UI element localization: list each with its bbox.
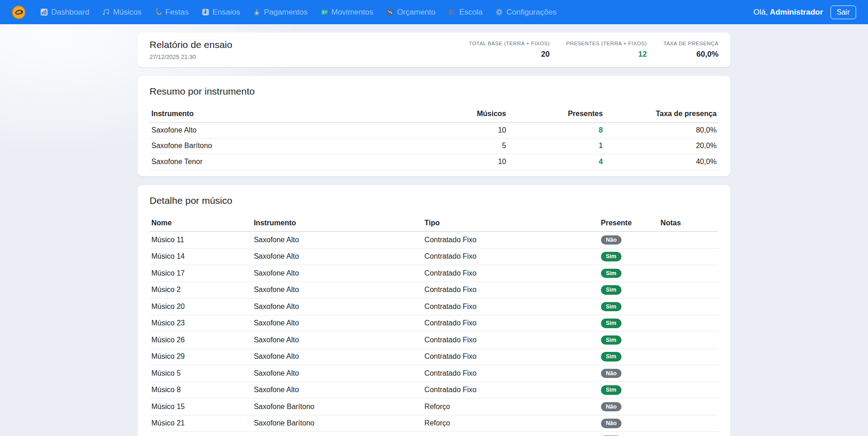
cell-musicians: 10 <box>417 122 508 138</box>
cell-notes <box>659 348 718 365</box>
svg-text:P: P <box>325 11 327 14</box>
cell-instrument: Saxofone Alto <box>252 365 423 382</box>
cell-type: Contratado Fixo <box>423 315 599 332</box>
nav-item-movimentos[interactable]: $PMovimentos <box>315 4 379 21</box>
detail-table-row: Músico 14Saxofone AltoContratado FixoSim <box>150 248 718 265</box>
column-header: Nome <box>150 214 252 232</box>
detail-table-row: Músico 29Saxofone AltoContratado FixoSim <box>150 348 718 365</box>
nav-item-label: Festas <box>166 8 189 17</box>
cell-type: Contratado Fixo <box>423 265 599 282</box>
cell-rate: 20,0% <box>605 138 718 154</box>
stat-value: 12 <box>566 50 647 59</box>
cell-type: Reforço <box>423 432 599 436</box>
cell-notes <box>659 399 718 415</box>
cell-present: Não <box>599 365 659 382</box>
cell-instrument: Saxofone Alto <box>252 348 423 365</box>
cell-instrument: Saxofone Barítono <box>150 138 417 154</box>
cell-present: 4 <box>508 154 605 170</box>
presence-badge: Sim <box>601 285 622 295</box>
cell-instrument: Saxofone Alto <box>252 232 423 249</box>
app-logo-trumpet-icon[interactable] <box>12 5 26 19</box>
cell-type: Contratado Fixo <box>423 232 599 249</box>
cell-name: Músico 8 <box>150 382 252 399</box>
nav-item-musicos[interactable]: Músicos <box>96 4 147 21</box>
presence-badge: Não <box>601 419 622 428</box>
nav-item-label: Configurações <box>506 8 557 17</box>
cell-instrument: Saxofone Alto <box>252 248 423 265</box>
musical-score-icon <box>202 8 209 16</box>
cell-name: Músico 15 <box>150 399 252 415</box>
cell-present: Não <box>599 415 659 432</box>
cell-notes <box>659 382 718 399</box>
cell-present: Sim <box>599 265 659 282</box>
cell-instrument: Saxofone Barítono <box>252 432 423 436</box>
summary-table-row: Saxofone Tenor10440,0% <box>150 154 718 170</box>
cell-instrument: Saxofone Alto <box>252 298 423 315</box>
nav-item-label: Orçamento <box>397 8 435 17</box>
cell-present: Não <box>599 399 659 415</box>
cell-name: Músico 14 <box>150 248 252 265</box>
cell-present: Sim <box>599 248 659 265</box>
cell-type: Reforço <box>423 399 599 415</box>
money-bag-icon: $ <box>253 8 261 16</box>
svg-text:$: $ <box>256 11 258 15</box>
top-navbar: DashboardMúsicosFestasEnsaios$Pagamentos… <box>0 0 868 24</box>
cell-notes <box>659 432 718 436</box>
presence-badge: Sim <box>601 385 622 395</box>
column-header: Notas <box>659 214 718 232</box>
column-header: Instrumento <box>252 214 423 232</box>
cell-name: Músico 21 <box>150 415 252 432</box>
user-name: Administrador <box>770 8 823 16</box>
detail-table-row: Músico 8Saxofone AltoContratado FixoSim <box>150 382 718 399</box>
column-header: Presentes <box>508 105 605 122</box>
detail-table-row: Músico 26Saxofone AltoContratado FixoSim <box>150 332 718 349</box>
nav-item-label: Pagamentos <box>264 8 307 17</box>
nav-item-escola[interactable]: Escola <box>443 4 488 21</box>
cell-name: Músico 23 <box>150 315 252 332</box>
nav-item-pagamentos[interactable]: $Pagamentos <box>247 4 313 21</box>
cell-name: Músico 27 <box>150 432 252 436</box>
nav-item-ensaios[interactable]: Ensaios <box>196 4 246 21</box>
presence-badge: Sim <box>601 252 622 261</box>
cell-name: Músico 11 <box>150 232 252 249</box>
report-header-card: Relatório de ensaio 27/12/2025 21:30 TOT… <box>138 32 730 67</box>
detail-table-row: Músico 15Saxofone BarítonoReforçoNão <box>150 399 718 415</box>
cell-instrument: Saxofone Barítono <box>252 415 423 432</box>
detail-table-row: Músico 11Saxofone AltoContratado FixoNão <box>150 232 718 249</box>
detail-table-row: Músico 20Saxofone AltoContratado FixoSim <box>150 298 718 315</box>
presence-badge: Sim <box>601 335 622 345</box>
nav-item-label: Ensaios <box>213 8 240 17</box>
nav-item-configuracoes[interactable]: Configurações <box>490 4 562 21</box>
cell-instrument: Saxofone Alto <box>252 332 423 349</box>
cell-notes <box>659 315 718 332</box>
nav-item-dashboard[interactable]: Dashboard <box>35 4 95 21</box>
column-header: Presente <box>599 214 659 232</box>
cell-notes <box>659 265 718 282</box>
logout-button[interactable]: Sair <box>830 5 856 19</box>
column-header: Tipo <box>423 214 599 232</box>
detail-table: NomeInstrumentoTipoPresenteNotas Músico … <box>150 214 718 436</box>
navbar-user-area: Olá, Administrador Sair <box>753 5 856 19</box>
summary-table-row: Saxofone Barítono5120,0% <box>150 138 718 154</box>
stat-label: TAXA DE PRESENÇA <box>663 41 718 46</box>
cell-rate: 80,0% <box>605 122 718 138</box>
cell-name: Músico 5 <box>150 365 252 382</box>
stat-value: 20 <box>469 50 550 59</box>
presence-badge: Não <box>601 369 622 378</box>
detail-table-row: Músico 27Saxofone BarítonoReforçoNão <box>150 432 718 436</box>
detail-table-row: Músico 2Saxofone AltoContratado FixoSim <box>150 282 718 298</box>
cell-present: Não <box>599 432 659 436</box>
summary-section-title: Resumo por instrumento <box>150 86 718 97</box>
summary-table: InstrumentoMúsicosPresentesTaxa de prese… <box>150 105 718 170</box>
nav-links: DashboardMúsicosFestasEnsaios$Pagamentos… <box>35 4 562 21</box>
column-header: Taxa de presença <box>605 105 718 122</box>
nav-item-festas[interactable]: Festas <box>149 4 194 21</box>
report-datetime: 27/12/2025 21:30 <box>150 53 232 60</box>
cell-instrument: Saxofone Alto <box>252 282 423 298</box>
cell-name: Músico 17 <box>150 265 252 282</box>
presence-badge: Sim <box>601 319 622 328</box>
presence-badge: Não <box>601 235 622 245</box>
nav-item-orcamento[interactable]: Orçamento <box>380 4 441 21</box>
presence-badge: Sim <box>601 352 622 362</box>
detail-table-row: Músico 23Saxofone AltoContratado FixoSim <box>150 315 718 332</box>
